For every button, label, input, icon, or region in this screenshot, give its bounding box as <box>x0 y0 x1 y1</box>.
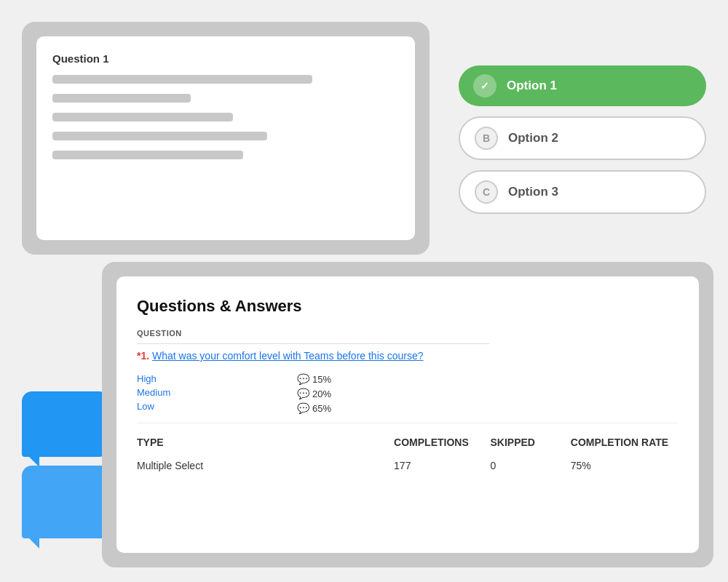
qa-card-container: Questions & Answers QUESTION *1. What wa… <box>102 262 713 567</box>
text-line-1 <box>52 75 312 84</box>
chat-icon-high: 💬 <box>297 373 309 385</box>
options-panel: ✓ Option 1 B Option 2 C Option 3 <box>459 65 706 214</box>
answer-low-link[interactable]: Low <box>137 401 253 412</box>
question-title: Question 1 <box>52 52 399 65</box>
completions-header: COMPLETIONS <box>394 423 490 455</box>
text-line-3 <box>52 113 233 121</box>
option-1-label: Option 1 <box>507 79 557 93</box>
answer-medium-link[interactable]: Medium <box>137 387 253 398</box>
answer-low-stat: 💬 65% <box>297 402 370 414</box>
chat-icon-low: 💬 <box>297 402 309 414</box>
option-2-label: Option 2 <box>508 131 558 146</box>
question-column-header: QUESTION <box>137 329 490 344</box>
answers-stats: 💬 15% 💬 20% 💬 65% <box>297 373 370 417</box>
question-link[interactable]: What was your comfort level with Teams b… <box>152 350 423 362</box>
question-cell: *1. What was your comfort level with Tea… <box>137 344 490 368</box>
answer-high-percent: 15% <box>312 374 331 385</box>
qa-card: Questions & Answers QUESTION *1. What wa… <box>116 276 699 553</box>
type-value: Multiple Select <box>137 454 394 477</box>
stats-header-row: TYPE COMPLETIONS SKIPPED COMPLETION RATE <box>137 423 678 455</box>
answer-medium-stat: 💬 20% <box>297 388 370 399</box>
chat-icon-medium: 💬 <box>297 388 309 399</box>
answer-medium-percent: 20% <box>312 388 331 399</box>
qa-table: QUESTION *1. What was your comfort level… <box>137 329 678 477</box>
question-number: *1. <box>137 350 149 362</box>
completion-rate-value: 75% <box>571 454 678 477</box>
text-line-5 <box>52 151 243 159</box>
stats-data-row: Multiple Select 177 0 75% <box>137 454 678 477</box>
text-line-4 <box>52 132 267 140</box>
question-row: *1. What was your comfort level with Tea… <box>137 344 678 368</box>
completions-value: 177 <box>394 454 490 477</box>
answers-labels: High Medium Low <box>137 373 253 417</box>
type-header: TYPE <box>137 423 394 455</box>
option-3-button[interactable]: C Option 3 <box>459 170 706 214</box>
question-card: Question 1 <box>36 36 415 240</box>
option-2-button[interactable]: B Option 2 <box>459 116 706 160</box>
answer-high-link[interactable]: High <box>137 373 253 384</box>
skipped-header: SKIPPED <box>490 423 570 455</box>
chat-bubble-1 <box>22 391 109 457</box>
answers-options-cell: High Medium Low 💬 15% 💬 <box>137 367 394 423</box>
qa-title: Questions & Answers <box>137 297 678 316</box>
option-2-icon: B <box>475 127 498 150</box>
question-card-container: Question 1 <box>22 22 430 255</box>
option-3-label: Option 3 <box>508 185 558 199</box>
answer-low-percent: 65% <box>312 403 331 414</box>
option-1-check-icon: ✓ <box>473 74 496 97</box>
answers-section: High Medium Low 💬 15% 💬 <box>137 373 394 417</box>
answers-row: High Medium Low 💬 15% 💬 <box>137 367 678 423</box>
text-line-2 <box>52 94 191 103</box>
option-3-icon: C <box>475 180 498 204</box>
skipped-value: 0 <box>490 454 570 477</box>
completion-rate-header: COMPLETION RATE <box>571 423 678 455</box>
answer-high-stat: 💬 15% <box>297 373 370 385</box>
option-1-button[interactable]: ✓ Option 1 <box>459 65 706 106</box>
